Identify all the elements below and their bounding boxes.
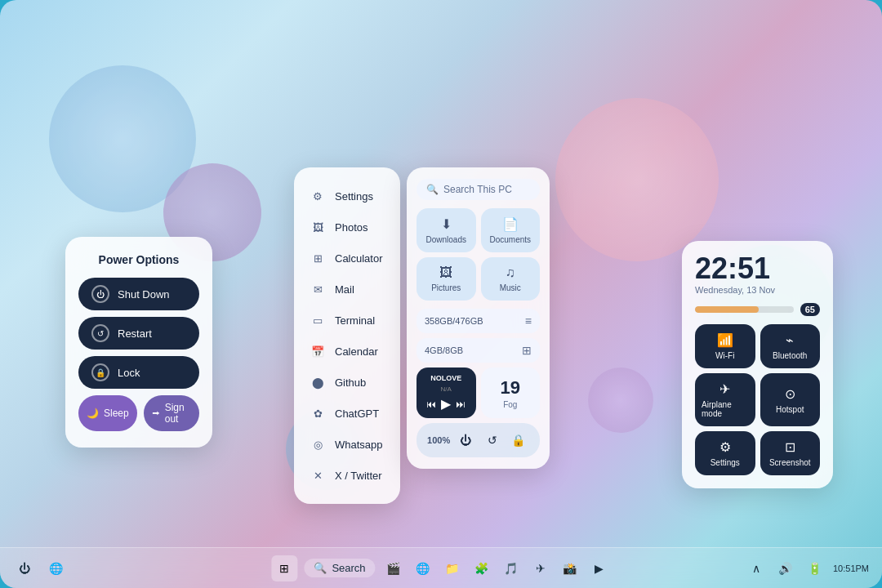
downloads-icon: ⬇: [441, 216, 452, 232]
music-title: NOLOVE: [430, 374, 461, 382]
airplane-icon: ✈: [719, 381, 730, 397]
restart-small-button[interactable]: ↺: [482, 430, 503, 451]
folders-grid: ⬇ Downloads 📄 Documents 🖼 Pictures ♫ Mus…: [416, 208, 540, 301]
twitter-icon: ✕: [309, 466, 327, 484]
taskbar-globe-icon[interactable]: 🌐: [44, 557, 67, 580]
app-menu-item-terminal[interactable]: ▭ Terminal: [304, 305, 390, 336]
taskbar-chevron-icon[interactable]: ∧: [745, 557, 768, 580]
app-menu-label-chatgpt: ChatGPT: [335, 408, 379, 420]
weather-desc: Fog: [503, 400, 517, 409]
weather-widget: 19 Fog: [481, 368, 541, 418]
bluetooth-icon: ⌁: [786, 332, 794, 348]
pictures-icon: 🖼: [439, 265, 452, 280]
wifi-label: Wi-Fi: [715, 351, 734, 360]
app-menu-label-photos: Photos: [335, 221, 368, 234]
weather-temp: 19: [501, 377, 520, 399]
app-menu-panel: ⚙ Settings 🖼 Photos ⊞ Calculator ✉ Mail …: [294, 167, 400, 504]
lock-small-button[interactable]: 🔒: [508, 430, 529, 451]
wifi-icon: 📶: [717, 332, 733, 348]
settings-quick-label: Settings: [710, 458, 740, 467]
shutdown-button[interactable]: ⏻ Shut Down: [78, 278, 199, 310]
taskbar-puzzle-icon[interactable]: 🧩: [470, 557, 493, 580]
app-menu-label-settings: Settings: [335, 190, 373, 203]
storage-2-value: 4GB/8GB: [425, 345, 463, 355]
search-icon: 🔍: [426, 184, 439, 195]
downloads-folder[interactable]: ⬇ Downloads: [416, 208, 476, 252]
github-icon: ⬤: [309, 373, 327, 391]
app-menu-item-mail[interactable]: ✉ Mail: [304, 274, 390, 305]
app-menu-item-calculator[interactable]: ⊞ Calculator: [304, 243, 390, 274]
settings-quick-button[interactable]: ⚙ Settings: [695, 431, 755, 475]
weather-music-row: NOLOVE N/A ⏮ ▶ ⏭ 19 Fog: [416, 368, 540, 418]
start-button[interactable]: ⊞: [271, 555, 297, 581]
taskbar-telegram-icon[interactable]: ✈: [529, 557, 552, 580]
wifi-button[interactable]: 📶 Wi-Fi: [695, 324, 755, 368]
clock-time: 22:51: [695, 254, 820, 283]
bg-blob-6: [588, 368, 653, 433]
restart-icon: ↺: [91, 324, 109, 342]
settings-quick-icon: ⚙: [719, 439, 731, 455]
mail-icon: ✉: [309, 280, 327, 298]
power-icon: ⏻: [91, 285, 109, 303]
taskbar-video-icon[interactable]: 🎬: [382, 557, 405, 580]
settings-icon: ⚙: [309, 187, 327, 205]
app-menu-item-whatsapp[interactable]: ◎ Whatsapp: [304, 429, 390, 460]
brightness-row: 65: [695, 303, 820, 316]
storage-row-1: 358GB/476GB ≡: [416, 309, 540, 333]
clock-panel: 22:51 Wednesday, 13 Nov 65 📶 Wi-Fi ⌁ Blu…: [682, 241, 833, 488]
taskbar-files-icon[interactable]: 📁: [441, 557, 464, 580]
taskbar-left: ⏻ 🌐: [13, 557, 67, 580]
taskbar-instagram-icon[interactable]: 📸: [559, 557, 581, 580]
taskbar-battery-icon[interactable]: 🔋: [804, 557, 826, 580]
taskbar-youtube-icon[interactable]: ▶: [588, 557, 611, 580]
photos-icon: 🖼: [309, 218, 327, 236]
airplane-mode-button[interactable]: ✈ Airplane mode: [695, 373, 755, 426]
taskbar-search-icon: 🔍: [314, 562, 327, 574]
next-button[interactable]: ⏭: [456, 399, 466, 410]
music-widget: NOLOVE N/A ⏮ ▶ ⏭: [416, 368, 476, 418]
search-bar[interactable]: 🔍 Search This PC: [416, 179, 540, 200]
restart-button[interactable]: ↺ Restart: [78, 317, 199, 350]
lock-button[interactable]: 🔒 Lock: [78, 356, 199, 389]
app-menu-item-twitter[interactable]: ✕ X / Twitter: [304, 460, 390, 491]
sleep-icon: 🌙: [87, 408, 99, 419]
app-menu-item-chatgpt[interactable]: ✿ ChatGPT: [304, 398, 390, 429]
taskbar-time: 10:51PM: [833, 564, 869, 573]
whatsapp-icon: ◎: [309, 435, 327, 453]
calculator-icon: ⊞: [309, 249, 327, 267]
battery-label: 100%: [427, 435, 450, 445]
taskbar-search-bar[interactable]: 🔍 Search: [304, 559, 375, 577]
bluetooth-label: Bluetooth: [773, 351, 807, 360]
prev-button[interactable]: ⏮: [426, 399, 436, 410]
hotspot-button[interactable]: ⊙ Hotspot: [760, 373, 821, 426]
app-menu-label-whatsapp: Whatsapp: [335, 439, 383, 451]
signout-button[interactable]: ⮕ Sign out: [144, 395, 199, 431]
music-label: Music: [500, 283, 521, 292]
app-menu-item-github[interactable]: ⬤ Github: [304, 367, 390, 398]
app-menu-item-photos[interactable]: 🖼 Photos: [304, 212, 390, 243]
taskbar-edge-icon[interactable]: 🌐: [412, 557, 434, 580]
quick-access-panel: 🔍 Search This PC ⬇ Downloads 📄 Documents…: [407, 167, 550, 469]
app-menu-label-calendar: Calendar: [335, 345, 378, 358]
taskbar-spotify-icon[interactable]: 🎵: [500, 557, 523, 580]
taskbar-volume-icon[interactable]: 🔊: [774, 557, 797, 580]
taskbar-center: ⊞ 🔍 Search 🎬 🌐 📁 🧩 🎵 ✈ 📸 ▶: [271, 555, 610, 581]
play-button[interactable]: ▶: [441, 396, 451, 412]
desktop: Power Options ⏻ Shut Down ↺ Restart 🔒 Lo…: [0, 0, 882, 588]
quick-settings-grid: 📶 Wi-Fi ⌁ Bluetooth ✈ Airplane mode ⊙ Ho…: [695, 324, 820, 475]
screenshot-button[interactable]: ⊡ Screenshot: [760, 431, 821, 475]
documents-folder[interactable]: 📄 Documents: [481, 208, 541, 252]
chatgpt-icon: ✿: [309, 404, 327, 422]
pictures-folder[interactable]: 🖼 Pictures: [416, 257, 476, 301]
music-folder[interactable]: ♫ Music: [481, 257, 541, 301]
sleep-button[interactable]: 🌙 Sleep: [78, 395, 137, 431]
app-menu-item-calendar[interactable]: 📅 Calendar: [304, 336, 390, 367]
power-off-small-button[interactable]: ⏻: [455, 430, 476, 451]
bluetooth-button[interactable]: ⌁ Bluetooth: [760, 324, 821, 368]
app-menu-label-github: Github: [335, 376, 366, 389]
brightness-slider[interactable]: [695, 306, 794, 313]
bg-blob-3: [555, 98, 719, 261]
app-menu-item-settings[interactable]: ⚙ Settings: [304, 180, 390, 212]
taskbar-power-icon[interactable]: ⏻: [13, 557, 36, 580]
screenshot-icon: ⊡: [785, 439, 795, 455]
